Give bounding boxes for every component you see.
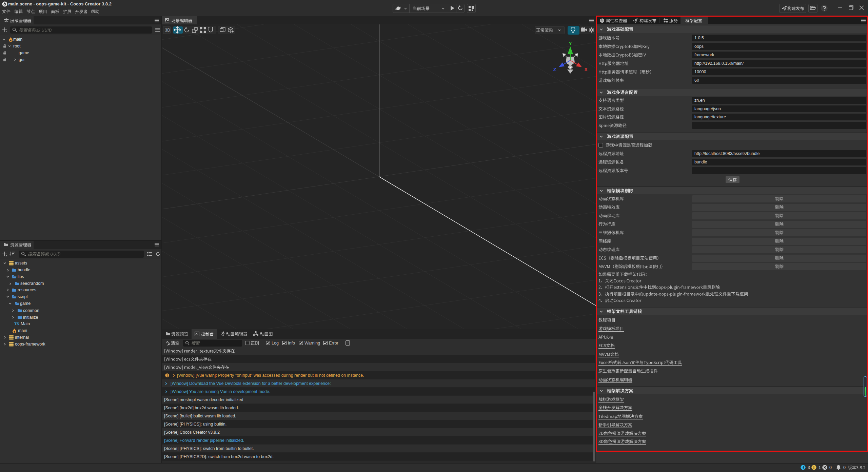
svg-text:Z: Z — [553, 66, 556, 72]
svg-text:Y: Y — [569, 40, 572, 46]
svg-text:X: X — [584, 66, 588, 72]
